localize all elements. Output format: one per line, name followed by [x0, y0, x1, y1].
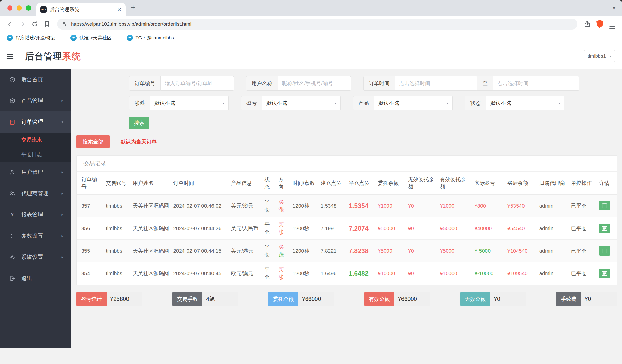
col-status: 状态 [263, 172, 277, 195]
summary-bar: 盈亏统计 ¥25800 交易手数 4笔 委托金额 ¥66000 有效金额 ¥66… [76, 292, 617, 317]
new-tab-button[interactable]: + [131, 4, 136, 11]
col-close-point: 平仓点位 [347, 172, 376, 195]
filter-label: 产品 [353, 96, 374, 110]
detail-button[interactable] [599, 224, 610, 233]
cell-close-point: 1.6482 [347, 262, 376, 285]
cell-entrust: ¥10000 [376, 262, 406, 285]
window-zoom-button[interactable] [26, 5, 31, 11]
sidebar-item-agents[interactable]: 代理商管理 ▸ [0, 183, 71, 204]
detail-button[interactable] [599, 201, 610, 210]
cell-order-id: 356 [77, 217, 104, 240]
summary-invalid-amount: 无效金额 ¥0 [460, 292, 526, 306]
sidebar-item-home[interactable]: 后台首页 [0, 69, 71, 90]
summary-value: ¥66000 [298, 292, 334, 306]
bookmark-icon[interactable] [42, 19, 52, 29]
user-name-input[interactable] [278, 76, 351, 91]
forward-icon[interactable] [17, 19, 27, 29]
sidebar-item-trade-flow[interactable]: 交易流水 [0, 133, 71, 147]
search-all-button[interactable]: 搜索全部 [76, 135, 110, 148]
cell-invalid-entrust: ¥0 [406, 262, 438, 285]
reload-icon[interactable] [30, 19, 40, 29]
panel-title: 交易记录 [77, 156, 617, 172]
cell-agent: admin [537, 217, 569, 240]
tab-search-icon[interactable]: ▾ [613, 5, 615, 11]
summary-valid-amount: 有效金额 ¥66000 [364, 292, 430, 306]
sidebar-item-orders[interactable]: 订单管理 ▾ [0, 111, 71, 133]
cell-order-time: 2024-02-07 00:46:02 [171, 195, 229, 217]
chevron-right-icon: ▸ [61, 170, 63, 174]
time-start-input[interactable] [395, 76, 477, 91]
cell-product: 欧元/澳元 [229, 262, 262, 285]
chevron-down-icon: ▾ [558, 101, 560, 105]
tab-close-icon[interactable]: × [117, 6, 122, 13]
cell-balance-after: ¥54540 [505, 217, 537, 240]
bookmark-item[interactable]: 认准->天美社区 [70, 35, 112, 41]
col-entrust: 委托余额 [376, 172, 406, 195]
col-direction: 方向 [277, 172, 291, 195]
status-select[interactable]: 默认不选▾ [486, 96, 564, 110]
cell-valid-entrust: ¥5000 [438, 240, 472, 262]
url-bar[interactable]: https://weipan102.timibbs.vip/admin/orde… [57, 19, 577, 30]
sidebar-item-system[interactable]: 系统设置 ▸ [0, 246, 71, 268]
cell-agent: admin [537, 262, 569, 285]
window-close-button[interactable] [7, 5, 12, 11]
product-select[interactable]: 默认不选▾ [374, 96, 453, 110]
sidebar-item-label: 代理商管理 [21, 190, 48, 197]
sidebar-item-params[interactable]: 参数设置 ▸ [0, 225, 71, 246]
site-settings-icon[interactable] [62, 21, 67, 27]
time-end-input[interactable] [493, 76, 579, 91]
filter-order-no: 订单编号 [129, 76, 234, 91]
profit-select[interactable]: 默认不选▾ [262, 96, 341, 110]
cell-balance-after: ¥109540 [505, 262, 537, 285]
order-no-input[interactable] [161, 76, 234, 91]
detail-button[interactable] [599, 269, 610, 278]
sidebar-item-close-log[interactable]: 平仓日志 [0, 147, 71, 162]
col-control: 单控操作 [569, 172, 597, 195]
summary-label: 无效金额 [460, 292, 490, 306]
agent-icon [9, 191, 17, 196]
filter-label: 盈亏 [241, 96, 262, 110]
telegram-icon [7, 35, 13, 41]
bookmark-item[interactable]: TG：@tianmeibbs [127, 35, 174, 41]
chevron-down-icon: ▾ [222, 101, 224, 105]
window-minimize-button[interactable] [17, 5, 22, 11]
col-detail: 详情 [597, 172, 617, 195]
telegram-icon [70, 35, 77, 41]
browser-menu-icon[interactable] [607, 19, 617, 29]
sidebar: 后台首页 产品管理 ▸ 订单管理 ▾ 交易流水 平仓日志 用户管理 ▸ [0, 69, 71, 348]
window-controls [7, 5, 31, 11]
sidebar-toggle-icon[interactable] [7, 53, 13, 60]
cell-account: timibbs [104, 240, 131, 262]
cell-duration: 1200秒 [291, 195, 319, 217]
filter-user-name: 用户名称 [246, 76, 351, 91]
sidebar-item-reports[interactable]: ¥ 报表管理 ▸ [0, 204, 71, 225]
col-valid-entrust: 有效委托余额 [438, 172, 472, 195]
detail-button[interactable] [599, 246, 610, 256]
filter-profit: 盈亏 默认不选▾ [241, 96, 341, 110]
bookmark-item[interactable]: 程序搭建/开发/修复 [7, 35, 55, 41]
sidebar-item-products[interactable]: 产品管理 ▸ [0, 90, 71, 111]
cell-account: timibbs [104, 217, 131, 240]
cell-profit: ¥-10000 [472, 262, 505, 285]
brave-shield-icon[interactable] [595, 19, 605, 29]
sidebar-item-label: 系统设置 [21, 253, 43, 261]
updown-select[interactable]: 默认不选▾ [150, 96, 229, 110]
cell-close-point: 1.5354 [347, 195, 376, 217]
sidebar-item-logout[interactable]: 退出 [0, 268, 71, 289]
share-icon[interactable] [582, 19, 592, 29]
cell-status: 平仓 [263, 217, 277, 240]
table-row: 357 timibbs 天美社区源码网 2024-02-07 00:46:02 … [77, 195, 617, 217]
page-title: 后台管理系统 [25, 50, 81, 62]
table-row: 354 timibbs 天美社区源码网 2024-02-07 00:40:45 … [77, 262, 617, 285]
sidebar-item-label: 后台首页 [21, 76, 43, 83]
back-icon[interactable] [5, 19, 15, 29]
search-button[interactable]: 搜索 [129, 117, 149, 129]
report-icon: ¥ [9, 212, 17, 218]
col-product: 产品信息 [229, 172, 262, 195]
filter-product: 产品 默认不选▾ [353, 96, 453, 110]
browser-tab[interactable]: APEX 后台管理系统 × [36, 3, 126, 16]
col-agent: 归属代理商 [537, 172, 569, 195]
sidebar-item-users[interactable]: 用户管理 ▸ [0, 162, 71, 183]
sidebar-item-label: 平仓日志 [21, 151, 42, 158]
user-dropdown[interactable]: timibbs1 ▾ [584, 50, 615, 62]
